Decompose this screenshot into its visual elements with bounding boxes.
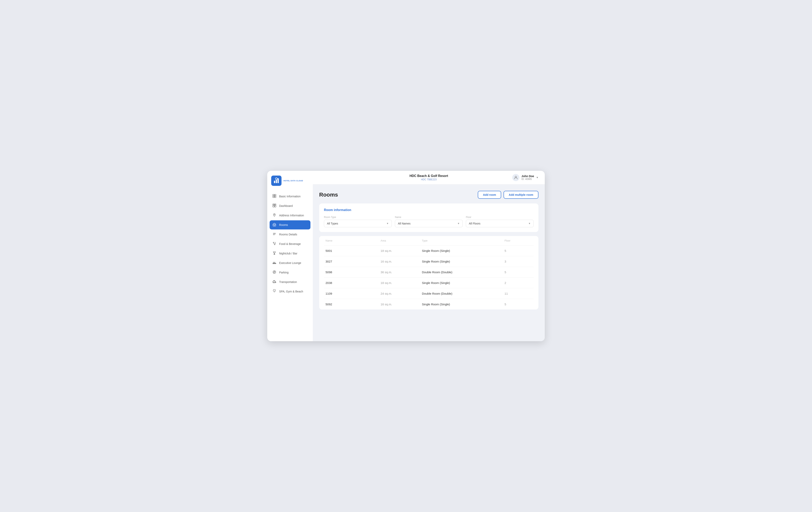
name-label: Name xyxy=(395,216,463,218)
floor-filter: Floor All Floors ▼ xyxy=(466,216,534,227)
address-information-label: Address Information xyxy=(279,214,304,217)
floor-label: Floor xyxy=(466,216,534,218)
floor-select[interactable]: All Floors ▼ xyxy=(466,220,534,227)
rooms-details-label: Rooms Details xyxy=(279,233,297,236)
hotel-id: HDC 75BE223 xyxy=(410,178,448,181)
svg-rect-11 xyxy=(274,205,276,207)
sidebar-item-transportation[interactable]: Transportation xyxy=(270,277,311,287)
cell-type: Single Room (Single) xyxy=(422,303,504,306)
cell-name: 5098 xyxy=(325,270,381,274)
sidebar-item-nightclub-bar[interactable]: Nightclub / Bar xyxy=(270,249,311,258)
app-container: HOTEL DATA CLOUD Basic Information xyxy=(267,171,545,341)
room-information-title: Room information xyxy=(324,208,534,212)
sidebar-item-dashboard[interactable]: Dashboard xyxy=(270,201,311,210)
sidebar-item-address-information[interactable]: Address Information xyxy=(270,211,311,220)
table-row[interactable]: 5001 18 sq.m. Single Room (Single) 5 xyxy=(324,245,534,256)
table-row[interactable]: 3027 16 sq.m. Single Room (Single) 3 xyxy=(324,256,534,267)
hotel-name: HDC Beach & Golf Resort xyxy=(410,174,448,178)
table-row[interactable]: 5092 16 sq.m. Single Room (Single) 5 xyxy=(324,299,534,309)
rooms-label: Rooms xyxy=(279,223,288,227)
parking-icon xyxy=(272,270,277,275)
logo-text: HOTEL DATA CLOUD xyxy=(284,180,303,182)
svg-rect-1 xyxy=(276,180,277,183)
cell-floor: 3 xyxy=(504,260,532,263)
nightclub-bar-icon xyxy=(272,251,277,255)
main-content: HDC Beach & Golf Resort HDC 75BE223 John… xyxy=(313,171,545,341)
add-room-button[interactable]: Add room xyxy=(478,191,501,199)
sidebar-item-rooms[interactable]: Rooms xyxy=(270,220,311,230)
room-type-label: Room Type xyxy=(324,216,392,218)
svg-rect-4 xyxy=(273,194,274,196)
sidebar-item-rooms-details[interactable]: Rooms Details xyxy=(270,230,311,239)
page-body: Rooms Add room Add multiple room Room in… xyxy=(313,184,545,341)
header-buttons: Add room Add multiple room xyxy=(478,191,539,199)
svg-rect-0 xyxy=(274,181,275,183)
user-info: John Doe ID: 40985 xyxy=(521,175,534,181)
add-multiple-room-button[interactable]: Add multiple room xyxy=(503,191,539,199)
spa-icon xyxy=(272,289,277,294)
cell-area: 36 sq.m. xyxy=(381,270,422,274)
svg-rect-5 xyxy=(274,194,276,196)
food-beverage-label: Food & Beverage xyxy=(279,242,301,245)
cell-area: 16 sq.m. xyxy=(381,303,422,306)
page-header-row: Rooms Add room Add multiple room xyxy=(319,191,539,199)
col-name: Name xyxy=(325,239,381,242)
svg-point-17 xyxy=(273,271,276,273)
filters-row: Room Type All Types ▼ Name All Names ▼ xyxy=(324,216,534,227)
executive-lounge-label: Executive Lounge xyxy=(279,261,301,265)
logo-area: HOTEL DATA CLOUD xyxy=(267,176,313,192)
rooms-table: Name Area Type Floor 5001 18 sq.m. Singl… xyxy=(319,236,539,309)
spa-gym-beach-label: SPA, Gym & Beach xyxy=(279,290,303,293)
table-row[interactable]: 5098 36 sq.m. Double Room (Double) 5 xyxy=(324,267,534,278)
cell-type: Single Room (Single) xyxy=(422,281,504,284)
basic-information-icon xyxy=(272,194,277,199)
nightclub-bar-label: Nightclub / Bar xyxy=(279,252,297,255)
cell-name: 2038 xyxy=(325,281,381,284)
user-menu[interactable]: John Doe ID: 40985 ▼ xyxy=(448,174,539,181)
user-avatar xyxy=(512,174,519,181)
hotel-info: HDC Beach & Golf Resort HDC 75BE223 xyxy=(410,174,448,181)
svg-point-21 xyxy=(515,176,517,178)
room-type-select[interactable]: All Types ▼ xyxy=(324,220,392,227)
svg-rect-2 xyxy=(278,178,279,183)
room-type-filter: Room Type All Types ▼ xyxy=(324,216,392,227)
rooms-details-icon xyxy=(272,232,277,237)
top-header: HDC Beach & Golf Resort HDC 75BE223 John… xyxy=(313,171,545,184)
sidebar: HOTEL DATA CLOUD Basic Information xyxy=(267,171,313,341)
address-icon xyxy=(272,213,277,217)
name-filter: Name All Names ▼ xyxy=(395,216,463,227)
cell-floor: 11 xyxy=(504,292,532,295)
cell-type: Single Room (Single) xyxy=(422,249,504,252)
sidebar-item-executive-lounge[interactable]: Executive Lounge xyxy=(270,259,311,268)
cell-floor: 5 xyxy=(504,249,532,252)
name-select[interactable]: All Names ▼ xyxy=(395,220,463,227)
cell-area: 24 sq.m. xyxy=(381,292,422,295)
cell-type: Single Room (Single) xyxy=(422,260,504,263)
room-type-placeholder: All Types xyxy=(327,222,338,225)
cell-area: 16 sq.m. xyxy=(381,260,422,263)
cell-floor: 2 xyxy=(504,281,532,284)
dashboard-label: Dashboard xyxy=(279,204,293,207)
basic-information-label: Basic Information xyxy=(279,195,300,198)
table-header-row: Name Area Type Floor xyxy=(324,236,534,245)
cell-floor: 5 xyxy=(504,303,532,306)
food-beverage-icon xyxy=(272,242,277,246)
filters-card: Room information Room Type All Types ▼ N… xyxy=(319,204,539,232)
sidebar-item-basic-information[interactable]: Basic Information xyxy=(270,192,311,201)
sidebar-item-parking[interactable]: Parking xyxy=(270,268,311,277)
transportation-icon xyxy=(272,280,277,284)
user-menu-chevron: ▼ xyxy=(536,176,539,179)
sidebar-item-spa-gym-beach[interactable]: SPA, Gym & Beach xyxy=(270,287,311,296)
table-row[interactable]: 2038 18 sq.m. Single Room (Single) 2 xyxy=(324,278,534,288)
cell-type: Double Room (Double) xyxy=(422,292,504,295)
floor-chevron: ▼ xyxy=(528,222,531,225)
col-type: Type xyxy=(422,239,504,242)
table-body: 5001 18 sq.m. Single Room (Single) 5 302… xyxy=(324,245,534,309)
rooms-icon xyxy=(272,223,277,227)
table-row[interactable]: 1109 24 sq.m. Double Room (Double) 11 xyxy=(324,288,534,299)
svg-rect-9 xyxy=(274,204,276,205)
col-area: Area xyxy=(381,239,422,242)
svg-rect-10 xyxy=(273,205,274,207)
sidebar-item-food-beverage[interactable]: Food & Beverage xyxy=(270,239,311,248)
name-chevron: ▼ xyxy=(457,222,460,225)
